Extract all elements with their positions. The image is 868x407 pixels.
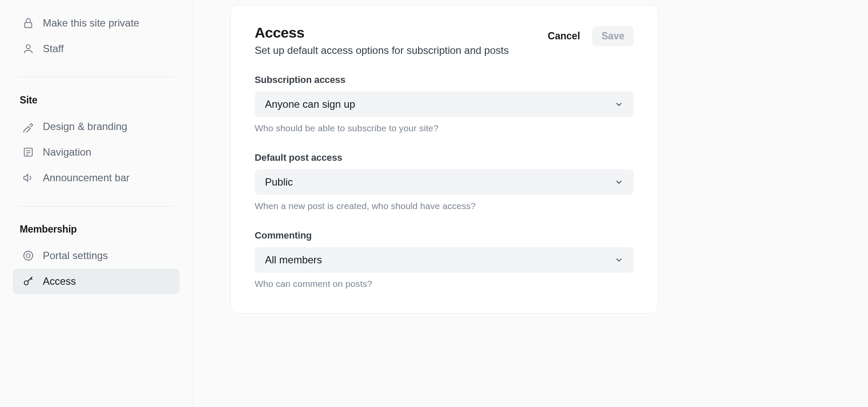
save-button[interactable]: Save xyxy=(592,26,634,46)
card-title: Access xyxy=(255,24,509,41)
sidebar: Make this site private Staff Site Design… xyxy=(0,0,193,407)
sidebar-divider xyxy=(17,206,175,206)
field-label: Subscription access xyxy=(255,74,634,86)
field-subscription-access: Subscription access Anyone can sign up W… xyxy=(255,74,634,133)
default-post-access-select[interactable]: Public xyxy=(255,169,634,195)
sidebar-item-announcement[interactable]: Announcement bar xyxy=(13,165,179,191)
commenting-select[interactable]: All members xyxy=(255,247,634,273)
svg-point-6 xyxy=(24,251,33,260)
sidebar-item-label: Design & branding xyxy=(43,121,127,133)
card-actions: Cancel Save xyxy=(548,26,634,46)
lock-icon xyxy=(22,17,34,29)
sidebar-item-label: Portal settings xyxy=(43,250,108,262)
card-heading-block: Access Set up default access options for… xyxy=(255,24,509,56)
megaphone-icon xyxy=(22,172,34,184)
svg-point-7 xyxy=(26,254,30,257)
select-value: Anyone can sign up xyxy=(265,98,355,110)
field-label: Default post access xyxy=(255,152,634,163)
card-subtitle: Set up default access options for subscr… xyxy=(255,44,509,56)
sidebar-item-label: Navigation xyxy=(43,146,91,158)
card-header: Access Set up default access options for… xyxy=(255,24,634,56)
field-hint: Who can comment on posts? xyxy=(255,279,634,289)
svg-point-8 xyxy=(24,281,28,285)
sidebar-section-membership: Membership xyxy=(13,220,179,243)
sidebar-section-site: Site xyxy=(13,91,179,114)
portal-icon xyxy=(22,250,34,262)
select-value: All members xyxy=(265,254,322,266)
field-hint: Who should be able to subscribe to your … xyxy=(255,123,634,133)
field-default-post-access: Default post access Public When a new po… xyxy=(255,152,634,211)
sidebar-item-design[interactable]: Design & branding xyxy=(13,114,179,139)
sidebar-item-staff[interactable]: Staff xyxy=(13,36,179,62)
sidebar-divider xyxy=(17,77,175,77)
palette-icon xyxy=(22,121,34,133)
select-value: Public xyxy=(265,176,293,188)
sidebar-item-navigation[interactable]: Navigation xyxy=(13,139,179,165)
chevron-down-icon xyxy=(614,255,624,265)
sidebar-item-portal[interactable]: Portal settings xyxy=(13,243,179,268)
sidebar-item-make-private[interactable]: Make this site private xyxy=(13,10,179,36)
sidebar-item-label: Staff xyxy=(43,43,64,55)
key-icon xyxy=(22,275,34,287)
list-icon xyxy=(22,146,34,158)
chevron-down-icon xyxy=(614,177,624,187)
sidebar-item-label: Access xyxy=(43,275,76,287)
cancel-button[interactable]: Cancel xyxy=(548,30,580,42)
subscription-access-select[interactable]: Anyone can sign up xyxy=(255,91,634,117)
access-card: Access Set up default access options for… xyxy=(230,5,658,313)
sidebar-item-label: Announcement bar xyxy=(43,172,130,184)
sidebar-item-label: Make this site private xyxy=(43,17,139,29)
svg-rect-0 xyxy=(25,23,32,28)
staff-icon xyxy=(22,43,34,55)
sidebar-item-access[interactable]: Access xyxy=(13,268,179,294)
field-commenting: Commenting All members Who can comment o… xyxy=(255,230,634,289)
main-content: Access Set up default access options for… xyxy=(193,0,868,407)
svg-point-1 xyxy=(26,45,30,49)
field-hint: When a new post is created, who should h… xyxy=(255,201,634,211)
field-label: Commenting xyxy=(255,230,634,241)
chevron-down-icon xyxy=(614,100,624,109)
